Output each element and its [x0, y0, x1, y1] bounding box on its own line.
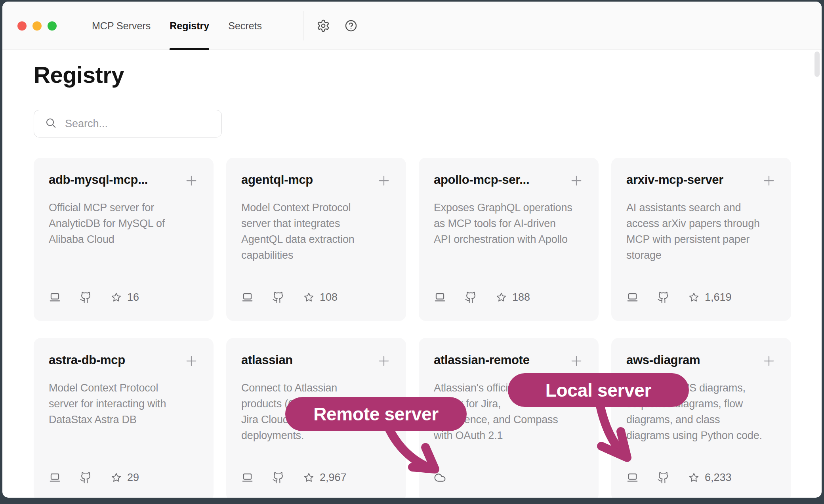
server-description: Atlassian's official server for Jira, Co…	[434, 380, 584, 443]
toolbar-divider	[303, 11, 303, 40]
github-icon	[272, 472, 284, 484]
card-title-row: adb-mysql-mcp...	[49, 173, 198, 188]
github-icon	[657, 291, 670, 304]
github-icon	[272, 291, 284, 304]
plus-icon	[184, 354, 198, 368]
tab-mcp-servers[interactable]: MCP Servers	[92, 2, 151, 50]
star-icon	[111, 472, 122, 483]
search-input[interactable]	[64, 117, 212, 130]
server-name: astra-db-mcp	[49, 353, 125, 367]
laptop-icon	[49, 291, 61, 304]
server-card[interactable]: adb-mysql-mcp... Official MCP server for…	[34, 158, 214, 321]
card-footer: 6,233	[626, 472, 776, 484]
card-footer	[434, 472, 584, 484]
add-server-button[interactable]	[184, 174, 198, 188]
star-icon	[303, 472, 315, 483]
server-card[interactable]: astra-db-mcp Model Context Protocol serv…	[34, 338, 214, 498]
server-name: aws-diagram	[626, 353, 700, 367]
github-icon	[657, 472, 670, 484]
star-count: 6,233	[688, 472, 732, 484]
main-content: Registry adb-mysql-mcp... Official MCP s…	[2, 50, 822, 498]
card-title-row: arxiv-mcp-server	[626, 173, 776, 188]
star-count: 16	[111, 291, 139, 304]
screenshot-root: MCP Servers Registry Secrets Registry ad…	[0, 0, 824, 504]
server-card[interactable]: agentql-mcp Model Context Protocol serve…	[226, 158, 406, 321]
server-description: Generate AWS diagrams, sequence diagrams…	[626, 380, 776, 443]
github-icon	[465, 291, 477, 304]
card-title-row: agentql-mcp	[241, 173, 391, 188]
star-count: 188	[496, 291, 530, 304]
star-count: 29	[111, 472, 139, 484]
card-footer: 29	[49, 472, 198, 484]
card-title-row: atlassian-remote	[434, 353, 584, 368]
plus-icon	[762, 174, 776, 188]
add-server-button[interactable]	[762, 354, 776, 368]
server-name: agentql-mcp	[241, 173, 313, 187]
star-icon	[688, 292, 700, 303]
star-count: 1,619	[688, 291, 732, 304]
server-card[interactable]: aws-diagram Generate AWS diagrams, seque…	[611, 338, 791, 498]
star-count-value: 16	[127, 291, 139, 304]
star-count-value: 2,967	[320, 472, 347, 484]
server-description: Connect to Atlassian products (Confluenc…	[241, 380, 391, 443]
scrollbar-thumb[interactable]	[814, 52, 820, 77]
card-footer: 108	[241, 291, 391, 304]
help-button[interactable]	[344, 19, 358, 32]
tab-bar: MCP Servers Registry Secrets	[92, 2, 262, 50]
card-title-row: apollo-mcp-ser...	[434, 173, 584, 188]
close-button[interactable]	[17, 21, 27, 31]
add-server-button[interactable]	[377, 174, 391, 188]
server-name: adb-mysql-mcp...	[49, 173, 148, 187]
card-footer: 16	[49, 291, 198, 304]
laptop-icon	[626, 291, 639, 304]
cloud-icon	[434, 472, 446, 484]
server-name: atlassian	[241, 353, 293, 367]
zoom-button[interactable]	[48, 21, 57, 31]
github-icon	[80, 291, 92, 304]
star-count-value: 29	[127, 472, 139, 484]
server-description: Model Context Protocol server for intera…	[49, 380, 198, 428]
add-server-button[interactable]	[377, 354, 391, 368]
server-card[interactable]: apollo-mcp-ser... Exposes GraphQL operat…	[419, 158, 599, 321]
tab-secrets[interactable]: Secrets	[228, 2, 262, 50]
card-title-row: astra-db-mcp	[49, 353, 198, 368]
server-description: Model Context Protocol server that integ…	[241, 200, 391, 263]
app-window: MCP Servers Registry Secrets Registry ad…	[2, 2, 822, 498]
plus-icon	[377, 174, 391, 188]
server-name: atlassian-remote	[434, 353, 530, 367]
add-server-button[interactable]	[762, 174, 776, 188]
server-card[interactable]: arxiv-mcp-server AI assistants search an…	[611, 158, 791, 321]
star-count-value: 108	[320, 291, 338, 304]
search-icon	[45, 117, 57, 130]
laptop-icon	[434, 291, 446, 304]
star-icon	[111, 292, 122, 303]
minimize-button[interactable]	[32, 21, 42, 31]
plus-icon	[762, 354, 776, 368]
search-box	[34, 110, 222, 137]
add-server-button[interactable]	[569, 354, 584, 368]
card-footer: 1,619	[626, 291, 776, 304]
card-title-row: atlassian	[241, 353, 391, 368]
settings-button[interactable]	[317, 19, 330, 32]
star-count-value: 1,619	[705, 291, 732, 304]
star-icon	[496, 292, 507, 303]
star-count-value: 6,233	[705, 472, 732, 484]
server-card[interactable]: atlassian Connect to Atlassian products …	[226, 338, 406, 498]
add-server-button[interactable]	[184, 354, 198, 368]
plus-icon	[569, 174, 584, 188]
card-title-row: aws-diagram	[626, 353, 776, 368]
help-icon	[344, 19, 358, 32]
server-card[interactable]: atlassian-remote Atlassian's official se…	[419, 338, 599, 498]
card-footer: 188	[434, 291, 584, 304]
github-icon	[80, 472, 92, 484]
star-count: 108	[303, 291, 338, 304]
laptop-icon	[49, 472, 61, 484]
card-footer: 2,967	[241, 472, 391, 484]
server-name: arxiv-mcp-server	[626, 173, 723, 187]
tab-registry[interactable]: Registry	[170, 2, 209, 50]
page-title: Registry	[34, 61, 822, 89]
titlebar: MCP Servers Registry Secrets	[2, 2, 822, 50]
add-server-button[interactable]	[569, 174, 584, 188]
plus-icon	[184, 174, 198, 188]
gear-icon	[317, 19, 330, 32]
